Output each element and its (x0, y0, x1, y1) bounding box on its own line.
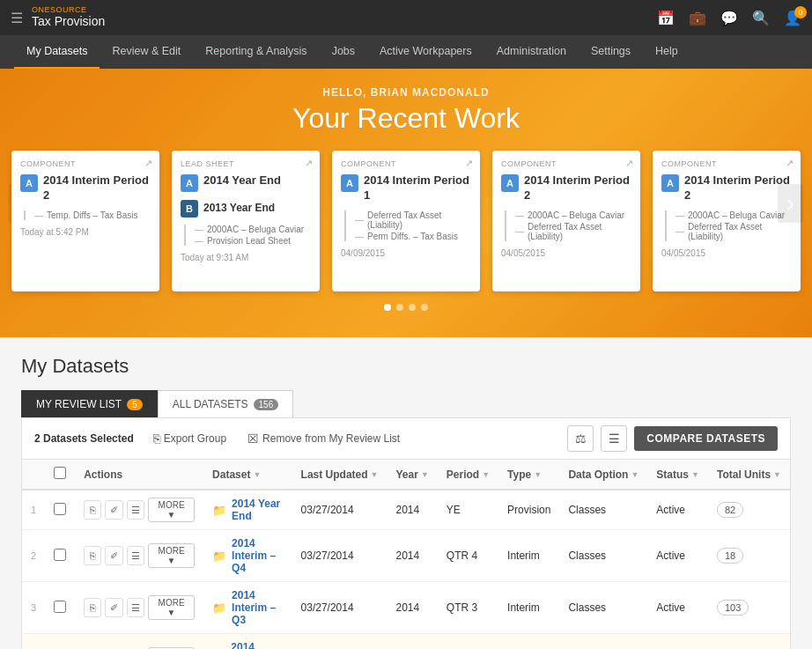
select-all-checkbox[interactable] (54, 467, 66, 479)
th-rownum (22, 460, 45, 490)
search-icon[interactable]: 🔍 (752, 10, 770, 26)
nav-jobs[interactable]: Jobs (320, 35, 367, 69)
nav-settings[interactable]: Settings (579, 35, 643, 69)
row-num-2: 2 (22, 530, 45, 582)
th-year: Year ▼ (388, 460, 438, 490)
tab-all-datasets-badge: 156 (254, 399, 279, 410)
action-icon-1-3[interactable]: ⎘ (84, 598, 101, 617)
row-num-4: 4 (22, 634, 45, 650)
card-timeline-item-1: Temp. Diffs – Tax Basis (34, 210, 151, 220)
recent-card-2[interactable]: LEAD SHEET ↗ A 2014 Year End B 2013 Year… (172, 151, 320, 291)
more-button-2[interactable]: MORE ▼ (148, 543, 195, 568)
datasets-section: My Datasets MY REVIEW LIST 5 ALL DATASET… (0, 337, 812, 649)
row-type-2: Interim (498, 530, 559, 582)
dataset-name-4[interactable]: A 2014 Interim – Q2 (212, 641, 284, 649)
action-icon-3-3[interactable]: ☰ (127, 598, 144, 617)
card-ext-icon-3[interactable]: ↗ (465, 158, 473, 169)
hero-greeting: HELLO, BRIAN MACDONALD (35, 86, 777, 99)
hero-next-button[interactable]: › (778, 184, 803, 223)
card-ext-icon-5[interactable]: ↗ (786, 158, 794, 169)
row-type-4: Interim (498, 634, 559, 650)
row-checkbox-2[interactable] (54, 549, 66, 561)
folder-icon-3: 📁 (212, 601, 226, 615)
card-type-1: COMPONENT (20, 159, 151, 168)
row-total-units-2: 18 (708, 530, 790, 582)
dot-2[interactable] (396, 304, 403, 311)
more-button-3[interactable]: MORE ▼ (148, 595, 195, 620)
remove-from-list-button[interactable]: ☒ Remove from My Review List (242, 428, 405, 449)
row-num-3: 3 (22, 582, 45, 634)
nav-reporting[interactable]: Reporting & Analysis (193, 35, 319, 69)
th-type: Type ▼ (498, 460, 559, 490)
action-icon-2-2[interactable]: ✐ (105, 546, 122, 565)
filter-button[interactable]: ⚖ (567, 425, 594, 452)
row-status-2: Active (647, 530, 708, 582)
card-ext-icon-4[interactable]: ↗ (625, 158, 633, 169)
row-type-1: Provision (498, 490, 559, 530)
row-last-updated-3: 03/27/2014 (292, 582, 388, 634)
card-ext-icon-1[interactable]: ↗ (144, 158, 152, 169)
card-meta-2: Today at 9:31 AM (181, 253, 311, 262)
dataset-name-1[interactable]: 📁 2014 Year End (212, 498, 284, 522)
user-icon[interactable]: 👤 0 (784, 10, 801, 26)
dataset-name-3[interactable]: 📁 2014 Interim – Q3 (212, 589, 284, 626)
row-data-option-2: Classes (559, 530, 647, 582)
card-timeline-item-2b: Provision Lead Sheet (195, 236, 311, 246)
dataset-name-2[interactable]: 📁 2014 Interim – Q4 (212, 537, 284, 574)
compare-datasets-button[interactable]: COMPARE DATASETS (634, 426, 778, 451)
lastupdated-sort-icon: ▼ (371, 470, 379, 479)
th-total-units: Total Units ▼ (708, 460, 790, 490)
card-meta-5: 04/05/2015 (661, 248, 792, 258)
card-ext-icon-2[interactable]: ↗ (305, 158, 313, 169)
recent-card-1[interactable]: COMPONENT ↗ A 2014 Interim Period 2 Temp… (11, 151, 159, 291)
units-badge-2: 18 (717, 548, 743, 564)
hero-title: Your Recent Work (35, 102, 777, 135)
card-icon-3: A (341, 174, 358, 192)
nav-review-edit[interactable]: Review & Edit (100, 35, 193, 69)
action-icon-3-2[interactable]: ☰ (127, 546, 144, 565)
nav-admin[interactable]: Administration (484, 35, 579, 69)
row-check-2 (45, 530, 75, 582)
briefcase-icon[interactable]: 💼 (689, 10, 706, 26)
row-total-units-3: 103 (708, 582, 790, 634)
card-timeline-item-4a: 2000AC – Beluga Caviar (515, 210, 631, 220)
recent-card-3[interactable]: COMPONENT ↗ A 2014 Interim Period 1 Defe… (332, 151, 480, 291)
tab-review-list[interactable]: MY REVIEW LIST 5 (21, 390, 158, 417)
action-icon-2-1[interactable]: ✐ (105, 500, 122, 520)
card-type-2: LEAD SHEET (181, 159, 311, 168)
chat-icon[interactable]: 💬 (720, 10, 738, 26)
main-navigation: My Datasets Review & Edit Reporting & An… (0, 35, 812, 69)
action-icon-1-1[interactable]: ⎘ (84, 500, 101, 520)
table-row: 3 ⎘ ✐ ☰ MORE ▼ 📁 2014 Interim – Q303/27/… (22, 582, 790, 634)
type-sort-icon: ▼ (534, 470, 542, 479)
dot-3[interactable] (409, 304, 416, 311)
card-title-2: 2014 Year End (203, 173, 281, 188)
card-type-3: COMPONENT (341, 159, 471, 168)
row-checkbox-1[interactable] (54, 503, 66, 515)
card-timeline-1: Temp. Diffs – Tax Basis (24, 210, 151, 220)
tab-review-list-label: MY REVIEW LIST (36, 398, 122, 410)
columns-button[interactable]: ☰ (601, 425, 627, 452)
export-group-button[interactable]: ⎘ Export Group (148, 428, 232, 449)
card-timeline-item-2a: 2000AC – Beluga Caviar (195, 225, 311, 234)
more-button-1[interactable]: MORE ▼ (148, 498, 195, 522)
hamburger-menu[interactable]: ☰ (11, 10, 23, 26)
row-period-4: QTR 2 (438, 634, 498, 650)
calendar-icon[interactable]: 📅 (657, 10, 675, 26)
card-icon-2b: B (181, 200, 198, 218)
card-icon-2: A (181, 174, 198, 192)
action-icon-1-2[interactable]: ⎘ (84, 546, 101, 565)
card-meta-3: 04/09/2015 (341, 248, 471, 258)
row-num-1: 1 (22, 490, 45, 530)
card-meta-1: Today at 5:42 PM (20, 227, 151, 237)
row-checkbox-3[interactable] (54, 601, 66, 613)
dot-1[interactable] (384, 304, 391, 311)
tab-all-datasets[interactable]: ALL DATASETS 156 (158, 390, 294, 417)
nav-workpapers[interactable]: Active Workpapers (367, 35, 484, 69)
action-icon-2-3[interactable]: ✐ (105, 598, 122, 617)
nav-my-datasets[interactable]: My Datasets (14, 35, 100, 69)
recent-card-4[interactable]: COMPONENT ↗ A 2014 Interim Period 2 2000… (492, 151, 640, 291)
action-icon-3-1[interactable]: ☰ (127, 500, 144, 520)
dot-4[interactable] (421, 304, 428, 311)
nav-help[interactable]: Help (643, 35, 690, 69)
